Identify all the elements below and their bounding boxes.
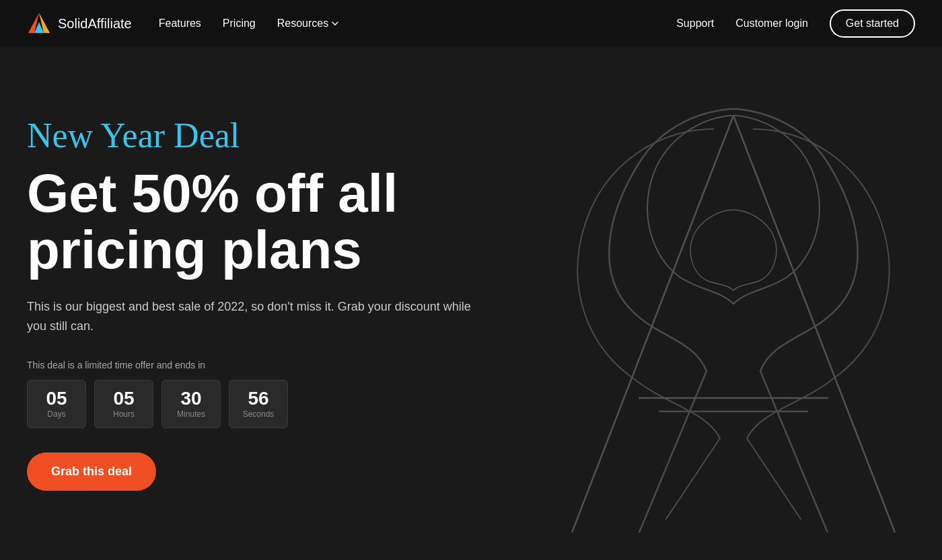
nav-link-pricing[interactable]: Pricing — [223, 17, 256, 30]
countdown-hours-label: Hours — [113, 409, 135, 419]
nav-left: SolidAffiliate Features Pricing Resource… — [27, 11, 339, 36]
chevron-down-icon — [331, 19, 339, 28]
nav-links: Features Pricing Resources — [159, 17, 340, 30]
hero-description: This is our biggest and best sale of 202… — [27, 297, 471, 336]
logo-icon — [27, 11, 51, 36]
countdown-seconds: 56 Seconds — [229, 380, 288, 428]
nav-support-link[interactable]: Support — [676, 17, 714, 30]
grab-deal-button[interactable]: Grab this deal — [27, 452, 156, 491]
countdown-minutes-value: 30 — [180, 389, 201, 408]
nav-customer-login-link[interactable]: Customer login — [735, 17, 808, 30]
hero-section: New Year Deal Get 50% off all pricing pl… — [0, 47, 942, 560]
eyebrow-text: New Year Deal — [27, 116, 471, 155]
logo-text: SolidAffiliate — [58, 16, 132, 32]
hero-content: New Year Deal Get 50% off all pricing pl… — [27, 116, 471, 491]
countdown-minutes: 30 Minutes — [161, 380, 221, 428]
countdown-hours-value: 05 — [113, 389, 134, 408]
hero-background-graphic — [505, 75, 942, 532]
navbar: SolidAffiliate Features Pricing Resource… — [0, 0, 942, 47]
countdown-hours: 05 Hours — [94, 380, 153, 428]
countdown-minutes-label: Minutes — [177, 409, 205, 419]
nav-right: Support Customer login Get started — [676, 9, 915, 38]
countdown-days-label: Days — [47, 409, 65, 419]
countdown-seconds-value: 56 — [248, 389, 268, 408]
hero-headline: Get 50% off all pricing plans — [27, 165, 471, 278]
countdown-days: 05 Days — [27, 380, 86, 428]
nav-link-resources[interactable]: Resources — [277, 17, 339, 30]
get-started-button[interactable]: Get started — [830, 9, 915, 38]
timer-label: This deal is a limited time offer and en… — [27, 360, 471, 370]
countdown-seconds-label: Seconds — [243, 409, 275, 419]
logo[interactable]: SolidAffiliate — [27, 11, 132, 36]
nav-link-features[interactable]: Features — [159, 17, 201, 30]
countdown-days-value: 05 — [46, 389, 67, 408]
countdown-timer: 05 Days 05 Hours 30 Minutes 56 Seconds — [27, 380, 471, 428]
